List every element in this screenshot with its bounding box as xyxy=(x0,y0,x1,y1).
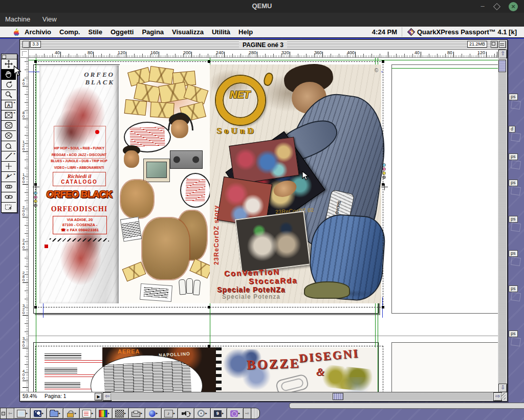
resize-grip[interactable] xyxy=(501,393,506,400)
battery-9-icon: 9 xyxy=(214,410,222,417)
selection-handle[interactable] xyxy=(34,60,37,63)
desktop-icon-d-1[interactable]: d xyxy=(509,126,515,132)
selection-handle[interactable] xyxy=(382,60,384,63)
selection-handle[interactable] xyxy=(382,183,384,186)
ruler-origin-box[interactable] xyxy=(20,50,29,58)
control-strip-module-sound-source[interactable]: ♪▸ xyxy=(162,408,178,419)
zoom-percent-field[interactable]: 59.4% xyxy=(20,392,45,400)
menu-archivio[interactable]: Archivio xyxy=(20,27,55,37)
selection-border-spread2[interactable] xyxy=(35,346,383,392)
selection-handle[interactable] xyxy=(382,306,384,308)
horizontal-scrollbar-thumb[interactable] xyxy=(333,393,343,400)
tool-text-path[interactable]: A▸ xyxy=(2,172,16,182)
pasteboard-viewport[interactable]: ORFEO BLACK HIP HOP • SOUL • R&B • FUNKY… xyxy=(29,58,498,392)
window-zoom-box[interactable] xyxy=(491,41,498,48)
page-2[interactable] xyxy=(391,64,498,314)
control-strip-right-arrow[interactable]: ⇨ xyxy=(244,408,251,419)
selection-handle[interactable] xyxy=(208,345,210,347)
svg-text:A: A xyxy=(7,103,11,108)
control-strip-module-quicktime[interactable]: ▸ xyxy=(145,408,162,419)
menu-pagina[interactable]: Pagina xyxy=(138,27,168,37)
menu-comp[interactable]: Comp. xyxy=(55,27,84,37)
menu-utilita[interactable]: Utilità xyxy=(208,27,234,37)
desktop-icon-ps-5[interactable]: ps xyxy=(509,250,518,257)
control-strip-module-location[interactable]: ▸ xyxy=(227,408,244,419)
control-strip-module-color-depth[interactable]: ▸ xyxy=(96,408,113,419)
control-strip-module-energy-saver[interactable]: ▸ xyxy=(31,408,47,419)
window-collapse-box[interactable] xyxy=(499,41,506,48)
menu-stile[interactable]: Stile xyxy=(84,27,106,37)
maximize-button[interactable] xyxy=(492,2,501,11)
module-flyout-arrow: ▸ xyxy=(92,411,94,415)
scroll-up-arrow[interactable]: ⇧ xyxy=(498,50,507,58)
desktop-icon-ps-4[interactable]: ps xyxy=(509,216,518,223)
guide-horizontal[interactable] xyxy=(29,60,498,60)
tool-line[interactable]: ▸ xyxy=(2,151,16,162)
tool-zoom[interactable] xyxy=(2,90,16,100)
tool-rounded-picture-box[interactable] xyxy=(2,121,16,131)
page-4[interactable] xyxy=(391,342,498,392)
tool-link[interactable] xyxy=(2,182,16,192)
window-close-box[interactable] xyxy=(23,41,30,48)
control-strip-module-printer-selector[interactable]: ▸ xyxy=(80,408,96,419)
desktop-icon-ps-0[interactable]: ps xyxy=(509,94,518,100)
guide-horizontal[interactable] xyxy=(391,68,498,69)
app-menu-icon[interactable] xyxy=(407,28,416,36)
selection-border-spread1[interactable] xyxy=(35,61,383,307)
control-strip-module-file-sharing[interactable]: ▸ xyxy=(47,408,63,419)
desktop-icon-ps-7[interactable]: ps xyxy=(509,330,518,337)
selection-handle[interactable] xyxy=(34,306,37,308)
h-ruler-number: 240 xyxy=(211,50,224,55)
desktop-icon-ps-6[interactable]: ps xyxy=(509,285,518,292)
tool-oval-picture-box[interactable] xyxy=(2,131,16,141)
menu-help[interactable]: Help xyxy=(234,27,257,37)
tool-rect-picture-box[interactable]: ▸ xyxy=(2,110,16,121)
menu-machine[interactable]: Machine xyxy=(0,13,35,26)
selection-handle[interactable] xyxy=(34,183,37,186)
tool-palette-titlebar[interactable] xyxy=(2,54,17,59)
selection-handle[interactable] xyxy=(208,60,210,63)
minimize-button[interactable]: – xyxy=(478,2,487,11)
app-menu-title[interactable]: QuarkXPress Passport™ 4.1 [k] xyxy=(417,28,517,36)
page-popup-button[interactable]: ▶ xyxy=(95,393,102,401)
vertical-scrollbar-thumb[interactable] xyxy=(498,60,506,72)
control-strip-module-cd-audio[interactable]: ▸ xyxy=(194,408,211,419)
text-box-icon: A xyxy=(5,101,13,109)
window-titlebar[interactable]: PAGINE oné 3 xyxy=(20,40,506,50)
desktop-icon-ps-3[interactable]: ps xyxy=(509,180,518,186)
scroll-right-arrow[interactable]: ⇨ xyxy=(493,392,502,401)
vertical-scrollbar-track[interactable] xyxy=(498,58,506,384)
control-strip-module-security-lock[interactable]: ▸ xyxy=(63,408,80,419)
tool-content[interactable] xyxy=(2,70,16,80)
control-strip-module-monitor-resolution[interactable]: ▸ xyxy=(14,408,31,419)
tool-rotation[interactable] xyxy=(2,80,16,90)
menu-visualizza[interactable]: Visualizza xyxy=(168,27,208,37)
scroll-down-arrow[interactable]: ⇩ xyxy=(498,384,507,392)
control-strip-collapse-box[interactable] xyxy=(0,408,7,419)
horizontal-scrollbar-track[interactable] xyxy=(111,392,493,400)
document-window: PAGINE oné 3 3.3 21.2MB 4080120160200240… xyxy=(19,39,508,402)
background-window-bar[interactable] xyxy=(289,403,524,409)
control-strip-module-volume[interactable]: ▸ xyxy=(178,408,194,419)
tool-orthogonal-line[interactable] xyxy=(2,162,16,172)
control-strip-left-arrow[interactable]: ⇦ xyxy=(7,408,14,419)
tool-unlink[interactable] xyxy=(2,192,16,203)
apple-menu-icon[interactable] xyxy=(12,28,20,36)
scroll-left-arrow[interactable]: ⇦ xyxy=(103,392,112,401)
menubar-clock[interactable]: 4:24 PM xyxy=(372,28,397,36)
control-strip-module-battery-9[interactable]: 9▸ xyxy=(211,408,227,419)
close-button[interactable]: × xyxy=(509,2,518,11)
tool-bezier-picture-box[interactable] xyxy=(2,141,16,151)
volume-icon xyxy=(181,410,189,417)
control-strip-end-tab[interactable] xyxy=(251,408,260,419)
tool-marquee[interactable] xyxy=(2,203,16,212)
control-strip-module-printer[interactable]: ▸ xyxy=(129,408,145,419)
selection-handle[interactable] xyxy=(208,306,210,308)
tool-text-box[interactable]: A▸ xyxy=(2,100,16,110)
control-strip-module-desktop-pattern[interactable]: ▸ xyxy=(113,408,129,419)
desktop-icon-ps-2[interactable]: ps xyxy=(509,153,518,160)
menu-oggetti[interactable]: Oggetti xyxy=(106,27,138,37)
menu-view[interactable]: View xyxy=(37,13,62,26)
h-ruler-number: 120 xyxy=(473,50,485,55)
tool-item[interactable] xyxy=(2,59,16,70)
